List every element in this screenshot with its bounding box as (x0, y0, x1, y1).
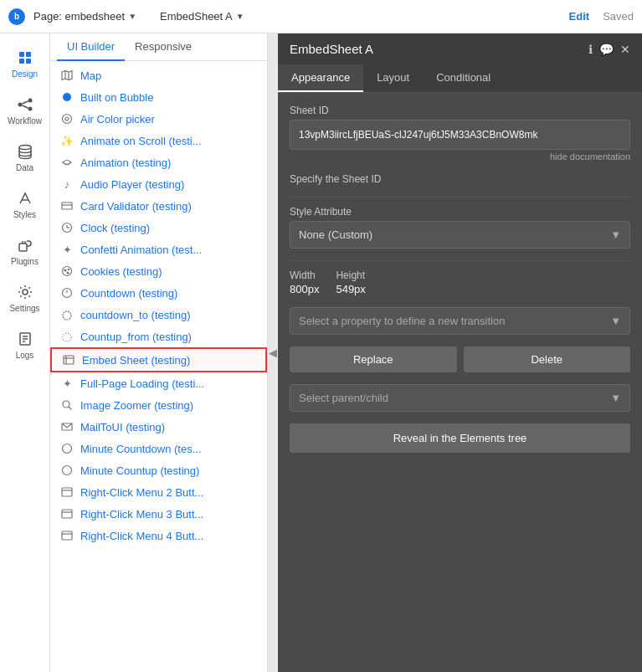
svg-point-31 (67, 272, 69, 274)
tab-appearance[interactable]: Appearance (278, 64, 363, 92)
width-item: Width 800px (290, 269, 319, 295)
embedsheet-selector[interactable]: EmbedSheet A ▼ (160, 10, 244, 23)
plugin-label-full-page: Full-Page Loading (testi... (80, 377, 204, 390)
panel-collapse-handle[interactable]: ◀ (268, 33, 278, 672)
panel-header-actions: ℹ 💬 ✕ (588, 43, 630, 56)
delete-button[interactable]: Delete (464, 346, 631, 372)
transition-select[interactable]: Select a property to define a new transi… (290, 307, 630, 335)
nav-workflow[interactable]: Workflow (0, 87, 50, 134)
plugin-item-animation[interactable]: Animation (testing) (50, 151, 267, 173)
replace-button[interactable]: Replace (290, 346, 457, 372)
comment-icon[interactable]: 💬 (599, 43, 614, 56)
style-attribute-select[interactable]: None (Custom) ▼ (290, 221, 630, 249)
plugin-item-air-color[interactable]: Air Color picker (50, 108, 267, 130)
svg-line-41 (69, 407, 72, 410)
nav-logs[interactable]: Logs (0, 321, 50, 368)
plugin-item-cookies[interactable]: Cookies (testing) (50, 260, 267, 282)
svg-rect-1 (26, 52, 31, 57)
plugin-label-right-click-2: Right-Click Menu 2 Butt... (80, 486, 203, 499)
plugin-item-map[interactable]: Map (50, 64, 267, 86)
color-icon (60, 112, 74, 126)
plugin-label-minute-countup: Minute Countup (testing) (80, 464, 199, 477)
height-item: Height 549px (336, 269, 365, 295)
page-selector[interactable]: Page: embedsheet ▼ (33, 10, 136, 23)
svg-point-36 (63, 333, 71, 341)
plugin-panel: UI Builder Responsive Map Built on Bubbl… (50, 33, 268, 672)
panel-tabs: Appearance Layout Conditional (278, 64, 642, 93)
transition-placeholder: Select a property to define a new transi… (299, 315, 505, 327)
tab-responsive[interactable]: Responsive (125, 33, 202, 61)
specify-sheet-id-group: Specify the Sheet ID (290, 173, 630, 185)
tab-layout[interactable]: Layout (363, 64, 423, 92)
bubble-icon (60, 90, 74, 104)
svg-rect-45 (62, 488, 72, 496)
plugin-item-embed-sheet[interactable]: Embed Sheet (testing) (50, 347, 267, 372)
plugin-item-countdown-to[interactable]: countdown_to (testing) (50, 304, 267, 326)
style-attribute-label: Style Attribute (290, 206, 630, 218)
plugin-item-image-zoomer[interactable]: Image Zoomer (testing) (50, 394, 267, 416)
plugin-item-full-page[interactable]: ✦ Full-Page Loading (testi... (50, 372, 267, 394)
plugin-item-clock[interactable]: Clock (testing) (50, 217, 267, 239)
reveal-button[interactable]: Reveal in the Elements tree (290, 423, 630, 453)
svg-rect-47 (62, 510, 72, 518)
confetti-icon: ✦ (60, 243, 74, 256)
nav-logs-label: Logs (16, 351, 34, 360)
plugin-item-built-on-bubble[interactable]: Built on Bubble (50, 86, 267, 108)
svg-point-4 (18, 102, 22, 106)
nav-settings[interactable]: Settings (0, 274, 50, 321)
plugin-label-countdown: Countdown (testing) (80, 287, 177, 300)
svg-line-7 (22, 101, 28, 104)
page-dropdown-arrow[interactable]: ▼ (128, 12, 136, 21)
edit-button[interactable]: Edit (569, 10, 590, 23)
plugin-item-minute-countdown[interactable]: Minute Countdown (tes... (50, 438, 267, 459)
plugin-item-confetti[interactable]: ✦ Confetti Animation (test... (50, 239, 267, 260)
plugin-item-countup-from[interactable]: Countup_from (testing) (50, 326, 267, 347)
close-icon[interactable]: ✕ (620, 43, 630, 56)
plugin-item-right-click-3[interactable]: Right-Click Menu 3 Butt... (50, 503, 267, 525)
nav-design[interactable]: Design (0, 40, 50, 87)
plugin-item-audio-player[interactable]: ♪ Audio Player (testing) (50, 173, 267, 195)
topbar: b Page: embedsheet ▼ EmbedSheet A ▼ Edit… (0, 0, 642, 33)
height-value[interactable]: 549px (336, 283, 365, 295)
card-icon (60, 199, 74, 213)
embedsheet-dropdown-arrow[interactable]: ▼ (236, 12, 244, 21)
plugin-label-right-click-4: Right-Click Menu 4 Butt... (80, 530, 203, 542)
parent-child-select[interactable]: Select parent/child ▼ (290, 384, 630, 412)
nav-design-label: Design (12, 69, 38, 79)
tab-ui-builder[interactable]: UI Builder (57, 33, 125, 61)
plugin-item-right-click-2[interactable]: Right-Click Menu 2 Butt... (50, 481, 267, 503)
plugin-label-countup-from: Countup_from (testing) (80, 331, 192, 343)
plugin-label-confetti: Confetti Animation (test... (80, 244, 202, 256)
info-icon[interactable]: ℹ (588, 43, 593, 56)
tab-conditional[interactable]: Conditional (423, 64, 504, 92)
svg-point-35 (63, 311, 71, 320)
plugin-label-animate-scroll: Animate on Scroll (testi... (80, 135, 202, 147)
plugin-item-right-click-4[interactable]: Right-Click Menu 4 Butt... (50, 525, 267, 546)
plugin-item-countdown[interactable]: Countdown (testing) (50, 282, 267, 304)
hide-documentation-link[interactable]: hide documentation (290, 151, 630, 162)
nav-styles[interactable]: Styles (0, 181, 50, 228)
svg-point-40 (63, 401, 69, 408)
panel-header: EmbedSheet A ℹ 💬 ✕ (278, 33, 642, 64)
action-buttons: Replace Delete (290, 346, 630, 372)
nav-data[interactable]: Data (0, 134, 50, 181)
plugin-label-audio-player: Audio Player (testing) (80, 178, 184, 191)
sheet-id-value[interactable]: 13vpM3iircLfjBEUaS-clJ247uj6tJ5M33A3CBnO… (290, 120, 630, 150)
page-label: Page: embedsheet (33, 10, 125, 23)
plugin-item-animate-scroll[interactable]: ✨ Animate on Scroll (testi... (50, 130, 267, 151)
height-label: Height (336, 269, 365, 281)
map-icon (60, 69, 74, 82)
plugin-item-card-validator[interactable]: Card Validator (testing) (50, 195, 267, 217)
nav-plugins[interactable]: Plugins (0, 228, 50, 274)
svg-rect-49 (62, 531, 72, 540)
plugin-label-image-zoomer: Image Zoomer (testing) (80, 399, 193, 412)
plugin-label-minute-countdown: Minute Countdown (tes... (80, 443, 202, 455)
zoom-icon (60, 398, 74, 412)
plugin-item-mailtoui[interactable]: MailToUI (testing) (50, 416, 267, 438)
plugin-item-minute-countup[interactable]: Minute Countup (testing) (50, 459, 267, 481)
width-value[interactable]: 800px (290, 283, 319, 295)
svg-rect-37 (64, 356, 74, 364)
left-nav: Design Workflow Data (0, 33, 50, 672)
parent-child-placeholder: Select parent/child (299, 392, 388, 404)
rightclick3-icon (60, 507, 74, 521)
